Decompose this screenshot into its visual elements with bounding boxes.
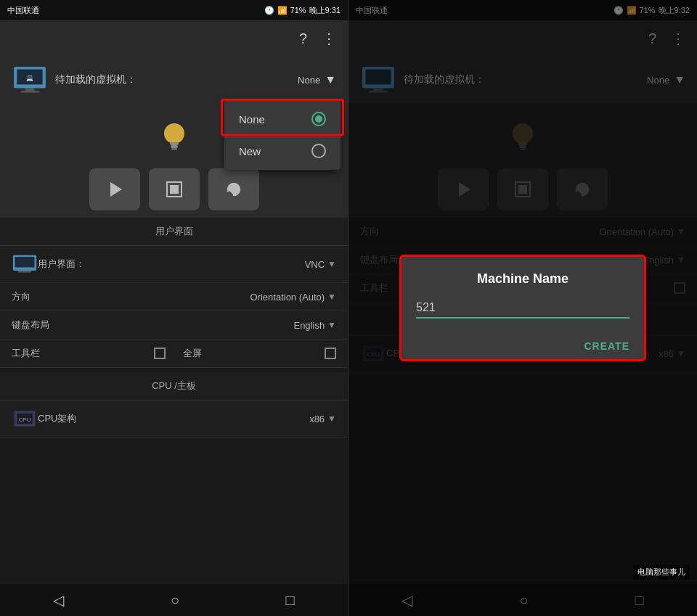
snapshot-button-left[interactable] xyxy=(149,168,200,210)
refresh-button-left[interactable] xyxy=(208,168,259,210)
radio-none xyxy=(311,112,326,126)
orientation-label-left: 方向 xyxy=(12,290,250,303)
ui-section-title-left: 用户界面 xyxy=(0,218,348,246)
svg-rect-13 xyxy=(15,257,35,267)
ui-label-left: 用户界面： xyxy=(38,258,305,271)
machine-name-input[interactable] xyxy=(416,298,629,319)
dropdown-new-label: New xyxy=(239,145,261,157)
bottom-nav-left: ◁ ○ □ xyxy=(0,584,348,616)
dialog-actions: CREATE xyxy=(416,333,629,359)
dropdown-arrow-left[interactable]: ▼ xyxy=(325,73,336,86)
watermark: 电脑那些事儿 xyxy=(633,564,690,580)
dropdown-item-new[interactable]: New xyxy=(224,135,341,167)
svg-point-5 xyxy=(164,123,184,144)
dropdown-item-none[interactable]: None xyxy=(224,103,341,135)
svg-rect-3 xyxy=(20,91,39,92)
carrier-left: 中国联通 xyxy=(7,5,39,16)
svg-rect-6 xyxy=(170,142,179,145)
toolbar-fullscreen-row-left: 工具栏 全屏 xyxy=(0,340,348,368)
fullscreen-label-left: 全屏 xyxy=(183,347,322,360)
radio-new xyxy=(311,144,326,158)
fullscreen-checkbox-left[interactable] xyxy=(325,348,336,359)
play-button-left[interactable] xyxy=(89,168,140,210)
right-phone-panel: 中国联通 🕐 📶 71% 晚上9:32 ? ⋮ 待加载的虚拟机： None ▼ xyxy=(348,0,697,616)
left-phone-panel: 中国联通 🕐 📶 71% 晚上9:31 ? ⋮ 💻 待加载的虚拟机： None … xyxy=(0,0,348,616)
ui-value-left: VNC xyxy=(305,259,325,270)
create-button[interactable]: CREATE xyxy=(584,340,629,352)
svg-text:CPU: CPU xyxy=(18,416,30,423)
recent-btn-left[interactable]: □ xyxy=(286,592,295,609)
svg-rect-7 xyxy=(171,145,178,148)
toolbar-label-left: 工具栏 xyxy=(12,347,151,360)
svg-rect-14 xyxy=(18,271,31,273)
svg-marker-9 xyxy=(110,182,122,197)
cpu-arch-row-left: CPU CPU架构 x86 ▼ xyxy=(0,401,348,438)
cpu-arch-arrow-left[interactable]: ▼ xyxy=(327,414,336,424)
cpu-arch-label-left: CPU架构 xyxy=(38,412,309,425)
ui-row-icon-left xyxy=(12,253,38,275)
keyboard-value-left: English xyxy=(293,320,325,331)
lightbulb-icon-left xyxy=(156,118,192,161)
home-btn-left[interactable]: ○ xyxy=(171,592,179,609)
cpu-arch-value-left: x86 xyxy=(309,414,325,424)
orientation-value-left: Orientation (Auto) xyxy=(250,292,325,303)
vm-section-left: 💻 待加载的虚拟机： None ▼ None New xyxy=(0,57,348,103)
more-icon-left[interactable]: ⋮ xyxy=(322,30,336,47)
wifi-icon: 📶 xyxy=(277,6,288,15)
svg-text:💻: 💻 xyxy=(26,74,33,81)
settings-section-cpu-left: CPU /主板 CPU CPU架构 x86 ▼ xyxy=(0,372,348,438)
clock-icon: 🕐 xyxy=(264,6,274,15)
question-icon-left[interactable]: ? xyxy=(299,30,307,47)
status-bar-left: 中国联通 🕐 📶 71% 晚上9:31 xyxy=(0,0,348,20)
app-header-left: ? ⋮ xyxy=(0,20,348,57)
status-icons-left: 🕐 📶 71% 晚上9:31 xyxy=(264,5,341,16)
back-btn-left[interactable]: ◁ xyxy=(53,591,64,609)
cpu-icon-left: CPU xyxy=(12,408,38,430)
dropdown-menu-left[interactable]: None New xyxy=(224,100,341,170)
orientation-row-left: 方向 Orientation (Auto) ▼ xyxy=(0,283,348,311)
battery-left: 71% xyxy=(290,6,306,15)
dialog-overlay: Machine Name CREATE xyxy=(348,0,697,616)
svg-rect-11 xyxy=(170,185,179,194)
cpu-section-title-left: CPU /主板 xyxy=(0,372,348,401)
vm-icon-left: 💻 xyxy=(12,65,48,94)
vm-dropdown-value-left: None xyxy=(298,75,320,86)
ui-arrow-left[interactable]: ▼ xyxy=(327,259,336,269)
ui-row-left: 用户界面： VNC ▼ xyxy=(0,246,348,283)
keyboard-arrow-left[interactable]: ▼ xyxy=(327,320,336,330)
vm-dropdown-left[interactable]: None ▼ xyxy=(298,73,336,86)
svg-rect-8 xyxy=(171,148,177,150)
orientation-arrow-left[interactable]: ▼ xyxy=(327,292,336,302)
dialog-title: Machine Name xyxy=(416,271,629,287)
time-left: 晚上9:31 xyxy=(309,5,341,16)
keyboard-row-left: 键盘布局 English ▼ xyxy=(0,311,348,340)
machine-name-dialog: Machine Name CREATE xyxy=(399,255,646,361)
keyboard-label-left: 键盘布局 xyxy=(12,319,293,332)
vm-label-left: 待加载的虚拟机： xyxy=(55,73,136,86)
settings-section-ui-left: 用户界面 用户界面： VNC ▼ 方向 Orientation (Auto) ▼… xyxy=(0,218,348,368)
dropdown-none-label: None xyxy=(239,113,265,126)
toolbar-checkbox-left[interactable] xyxy=(154,348,166,359)
